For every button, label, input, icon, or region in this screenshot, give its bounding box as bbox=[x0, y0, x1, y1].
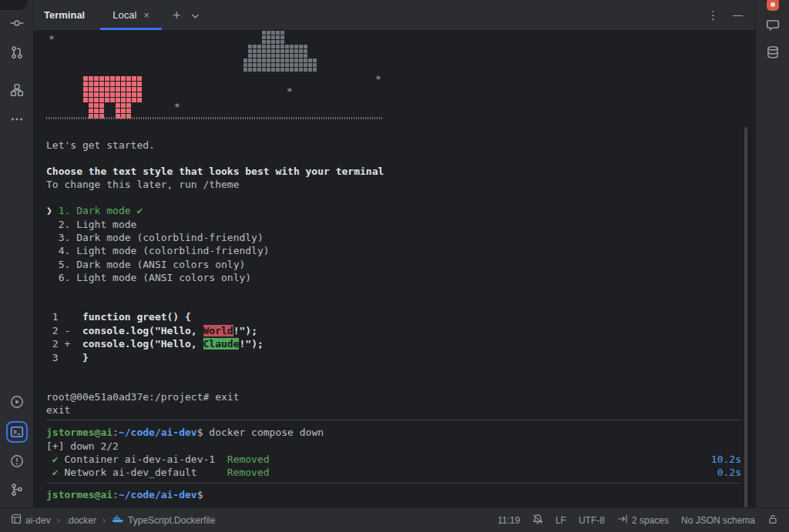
terminal-line: 2 + console.log("Hello, Claude!"); bbox=[46, 337, 264, 350]
notifications-muted-icon bbox=[532, 514, 543, 527]
project-icon bbox=[11, 514, 22, 527]
terminal-text-segment: !"); bbox=[239, 338, 263, 350]
minimize-panel-button[interactable]: — bbox=[733, 9, 743, 21]
ide-window: Terminal Local × + ⋮ — Let's get started… bbox=[0, 0, 789, 532]
status-bar: ai-dev › .docker › TypeScript.Dockerfile… bbox=[0, 507, 789, 532]
indent-label: 2 spaces bbox=[632, 515, 669, 526]
terminal-text-segment: root@00e51a0ad37e:/project# exit bbox=[46, 391, 239, 403]
terminal-text-segment: Network ai-dev_default bbox=[64, 467, 227, 478]
terminal-icon bbox=[10, 425, 24, 439]
terminal-text-segment: console.log("Hello, bbox=[82, 338, 203, 350]
art-asterisk: * bbox=[287, 86, 293, 96]
database-toolwindow-button[interactable] bbox=[762, 42, 784, 63]
commit-toolwindow-button[interactable] bbox=[6, 12, 28, 34]
tab-local[interactable]: Local × bbox=[100, 0, 162, 30]
database-icon bbox=[766, 45, 780, 59]
version-control-icon bbox=[10, 483, 24, 497]
terminal-line: [+] down 2/2 bbox=[46, 440, 119, 453]
terminal-text-segment: Choose the text style that looks best wi… bbox=[46, 166, 384, 177]
terminal-dropdown-button[interactable] bbox=[191, 8, 200, 22]
pull-requests-icon bbox=[10, 45, 24, 59]
terminal-text-segment: 2 + bbox=[46, 338, 82, 350]
terminal-text-segment: : bbox=[112, 427, 119, 438]
write-access-toggle[interactable] bbox=[767, 514, 778, 527]
terminal-text-segment: Claude bbox=[203, 338, 240, 350]
problems-toolwindow-button[interactable] bbox=[6, 450, 28, 472]
terminal-text-segment: 1 bbox=[46, 311, 82, 323]
notifications-button[interactable] bbox=[762, 0, 784, 15]
structure-toolwindow-button[interactable] bbox=[6, 79, 28, 101]
terminal-text-segment: 4. Light mode (colorblind-friendly) bbox=[46, 245, 270, 256]
problems-icon bbox=[10, 454, 24, 468]
terminal-text-segment: 5. Dark mode (ANSI colors only) bbox=[46, 259, 245, 270]
run-toolwindow-button[interactable] bbox=[6, 391, 28, 413]
terminal-line: 2 - console.log("Hello, World!"); bbox=[46, 324, 257, 337]
terminal-text-segment: ❯ bbox=[46, 205, 59, 216]
terminal-separator bbox=[46, 483, 741, 483]
terminal-text-segment: jstormes@ai bbox=[46, 427, 112, 438]
notifications-muted-button[interactable] bbox=[532, 514, 543, 527]
terminal-text-segment: jstormes@ai bbox=[46, 489, 112, 500]
indent-selector[interactable]: 2 spaces bbox=[617, 514, 669, 527]
encoding-label: UTF-8 bbox=[579, 515, 605, 526]
indent-icon bbox=[617, 514, 628, 527]
notifications-icon bbox=[765, 0, 781, 12]
terminal-toolwindow-button[interactable] bbox=[6, 421, 28, 443]
json-schema-selector[interactable]: No JSON schema bbox=[681, 515, 755, 526]
terminal-line: Let's get started. bbox=[46, 139, 155, 152]
art-asterisk: * bbox=[49, 34, 55, 44]
json-schema-label: No JSON schema bbox=[681, 515, 755, 526]
run-icon bbox=[10, 395, 24, 409]
terminal-text-segment: To change this later, run /theme bbox=[46, 179, 239, 190]
breadcrumb-folder-label: .docker bbox=[66, 515, 96, 526]
right-toolbar bbox=[755, 0, 789, 507]
panel-options-button[interactable]: ⋮ bbox=[707, 8, 719, 22]
chevron-down-icon bbox=[191, 8, 200, 22]
terminal-text-segment: ~/code/ai-dev bbox=[119, 427, 197, 438]
terminal-panel[interactable]: Let's get started.Choose the text style … bbox=[34, 31, 755, 507]
unlock-icon bbox=[767, 514, 778, 527]
terminal-text-segment: Removed bbox=[227, 467, 270, 478]
more-icon bbox=[10, 112, 24, 126]
terminal-line: 6. Light mode (ANSI colors only) bbox=[46, 271, 251, 284]
terminal-separator bbox=[46, 420, 741, 420]
terminal-line: jstormes@ai:~/code/ai-dev$ bbox=[46, 488, 209, 501]
breadcrumb-file[interactable]: TypeScript.Dockerfile bbox=[112, 514, 215, 526]
left-toolbar bbox=[0, 0, 34, 507]
line-ending-label: LF bbox=[556, 515, 566, 526]
terminal-line: 5. Dark mode (ANSI colors only) bbox=[46, 258, 245, 271]
terminal-text-segment: Let's get started. bbox=[46, 139, 155, 151]
breadcrumb-folder[interactable]: .docker bbox=[66, 515, 96, 526]
new-terminal-button[interactable]: + bbox=[173, 8, 181, 22]
ascii-art-baseline bbox=[46, 117, 383, 119]
terminal-tabbar: Terminal Local × + ⋮ — bbox=[34, 0, 755, 31]
clock-label: 11:19 bbox=[498, 515, 520, 526]
terminal-line: Choose the text style that looks best wi… bbox=[46, 165, 384, 178]
terminal-text-segment: ✔ bbox=[46, 453, 64, 465]
terminal-text-segment: exit bbox=[46, 404, 70, 416]
ai-chat-toolwindow-button[interactable] bbox=[762, 14, 784, 35]
terminal-line: To change this later, run /theme bbox=[46, 178, 239, 191]
terminal-text-segment: [+] down 2/2 bbox=[46, 440, 119, 452]
terminal-text-segment: : bbox=[112, 489, 119, 500]
line-ending-selector[interactable]: LF bbox=[556, 515, 566, 526]
breadcrumb-project[interactable]: ai-dev bbox=[11, 514, 51, 527]
terminal-line: root@00e51a0ad37e:/project# exit bbox=[46, 390, 239, 403]
terminal-text-segment: 2. Light mode bbox=[46, 219, 136, 230]
more-toolwindows-button[interactable] bbox=[6, 109, 28, 130]
dockerfile-icon bbox=[112, 514, 124, 526]
pull-requests-toolwindow-button[interactable] bbox=[6, 42, 28, 63]
terminal-scrollbar[interactable] bbox=[744, 127, 747, 507]
encoding-selector[interactable]: UTF-8 bbox=[579, 515, 605, 526]
terminal-line: ✔ Network ai-dev_default Removed bbox=[46, 466, 270, 479]
terminal-text-segment: ✔ bbox=[46, 467, 64, 478]
terminal-text-segment: $ docker compose down bbox=[197, 427, 324, 438]
breadcrumb-separator: › bbox=[57, 515, 60, 526]
terminal-text-segment: Removed bbox=[227, 453, 270, 465]
version-control-toolwindow-button[interactable] bbox=[6, 479, 28, 500]
terminal-line: ❯ 1. Dark mode ✔ bbox=[46, 204, 143, 217]
terminal-text-segment: } bbox=[82, 352, 89, 363]
tab-close-icon[interactable]: × bbox=[143, 9, 149, 21]
ai-chat-icon bbox=[766, 18, 780, 32]
terminal-text-segment: 6. Light mode (ANSI colors only) bbox=[46, 272, 251, 283]
